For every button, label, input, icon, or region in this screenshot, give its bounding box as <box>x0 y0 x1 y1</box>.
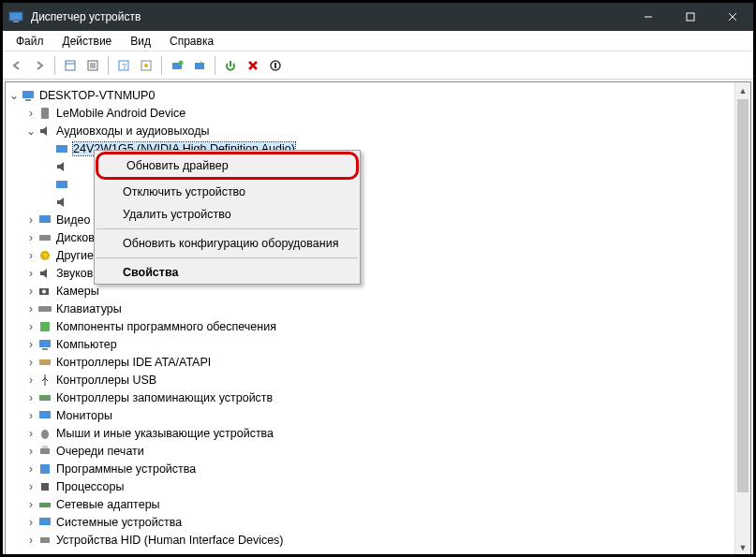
tree-item[interactable]: ›Клавиатуры <box>7 300 749 317</box>
tree-item[interactable]: ›Устройства HID (Human Interface Devices… <box>7 531 749 549</box>
ctx-uninstall-device[interactable]: Удалить устройство <box>95 203 360 226</box>
menu-help[interactable]: Справка <box>160 33 223 50</box>
component-icon <box>37 319 52 334</box>
svg-rect-32 <box>39 340 51 347</box>
menu-view[interactable]: Вид <box>121 33 160 50</box>
enable-button[interactable] <box>220 55 241 76</box>
svg-rect-33 <box>42 348 48 350</box>
disable-button[interactable] <box>265 55 286 76</box>
monitor-icon <box>37 408 52 423</box>
expand-icon[interactable]: › <box>24 320 37 333</box>
unknown-icon: ? <box>37 248 52 263</box>
menu-file[interactable]: Файл <box>7 33 53 50</box>
tree-item[interactable]: ›Сетевые адаптеры <box>7 495 749 513</box>
scroll-down-button[interactable]: ▼ <box>735 539 750 555</box>
ctx-properties[interactable]: Свойства <box>95 261 360 284</box>
collapse-icon[interactable]: ⌄ <box>7 89 21 102</box>
svg-rect-43 <box>39 518 51 525</box>
tree-item[interactable]: ›Компоненты программного обеспечения <box>7 317 749 335</box>
back-button[interactable] <box>7 55 27 76</box>
collapse-icon[interactable]: ⌄ <box>24 125 37 138</box>
svg-point-16 <box>179 60 184 65</box>
tree-item[interactable]: ›Контроллеры USB <box>7 371 749 388</box>
sound-icon <box>37 266 52 281</box>
expand-icon[interactable]: › <box>24 480 37 493</box>
tree-item[interactable]: ›Компьютер <box>7 335 749 353</box>
expand-icon[interactable]: › <box>24 231 37 244</box>
svg-point-37 <box>41 430 49 439</box>
svg-rect-0 <box>9 12 22 21</box>
tree-item[interactable]: ›LeMobile Android Device <box>7 104 749 122</box>
expand-icon[interactable]: › <box>24 267 37 280</box>
action-icon[interactable] <box>136 55 156 76</box>
tree-item[interactable]: ›Программные устройства <box>7 460 749 477</box>
menu-action[interactable]: Действие <box>53 33 122 50</box>
properties-button[interactable] <box>82 55 103 76</box>
ctx-update-driver[interactable]: Обновить драйвер <box>96 152 359 180</box>
expand-icon[interactable]: › <box>24 356 37 369</box>
expand-icon[interactable]: › <box>24 409 37 422</box>
tree-item[interactable]: ›Системные устройства <box>7 513 749 531</box>
expand-icon[interactable]: › <box>24 427 37 440</box>
svg-rect-21 <box>41 108 49 119</box>
tree-item[interactable]: ›Контроллеры запоминающих устройств <box>7 388 749 406</box>
storage-icon <box>37 390 52 405</box>
title-bar: Диспетчер устройств <box>3 3 753 31</box>
svg-rect-17 <box>195 63 204 69</box>
tree-root[interactable]: ⌄ DESKTOP-VTNMUP0 <box>7 86 749 104</box>
expand-icon[interactable]: › <box>24 374 37 387</box>
camera-icon <box>37 284 52 299</box>
expand-icon[interactable]: › <box>24 302 37 315</box>
update-driver-button[interactable] <box>189 55 210 76</box>
expand-icon[interactable]: › <box>24 338 37 351</box>
scroll-thumb[interactable] <box>737 99 749 492</box>
maximize-button[interactable] <box>669 3 711 31</box>
ctx-disable-device[interactable]: Отключить устройство <box>95 181 360 203</box>
tree-item-audio[interactable]: ⌄Аудиовходы и аудиовыходы <box>7 122 749 139</box>
show-hide-tree-button[interactable] <box>60 55 81 76</box>
mouse-icon <box>37 426 52 441</box>
svg-rect-22 <box>56 145 67 153</box>
speaker-icon <box>54 177 69 192</box>
expand-icon[interactable]: › <box>24 516 37 529</box>
vertical-scrollbar[interactable]: ▲ ▼ <box>734 82 750 555</box>
svg-rect-31 <box>40 322 50 331</box>
ctx-scan-hardware[interactable]: Обновить конфигурацию оборудования <box>95 232 360 255</box>
expand-icon[interactable]: › <box>24 213 37 227</box>
speaker-icon <box>54 141 69 156</box>
tree-item[interactable]: ›Процессоры <box>7 477 749 495</box>
expand-icon[interactable]: › <box>24 391 37 404</box>
expand-icon[interactable]: › <box>24 534 37 547</box>
scan-hardware-button[interactable] <box>167 55 187 76</box>
context-menu: Обновить драйвер Отключить устройство Уд… <box>94 150 361 285</box>
minimize-button[interactable] <box>627 3 669 31</box>
expand-icon[interactable]: › <box>24 445 37 458</box>
expand-icon[interactable]: › <box>24 285 37 298</box>
tree-item[interactable]: ›Очереди печати <box>7 442 749 460</box>
help-button[interactable]: ? <box>113 55 134 76</box>
svg-rect-38 <box>40 448 50 454</box>
svg-text:?: ? <box>122 62 126 71</box>
expand-icon[interactable]: › <box>24 498 37 511</box>
scroll-up-button[interactable]: ▲ <box>735 82 750 98</box>
expand-icon[interactable]: › <box>24 107 37 120</box>
toolbar: ? <box>3 51 753 80</box>
uninstall-button[interactable] <box>243 55 263 76</box>
cpu-icon <box>37 479 52 494</box>
expand-icon[interactable]: › <box>24 249 37 262</box>
android-icon <box>37 106 52 121</box>
disk-icon <box>37 230 52 245</box>
tree-item[interactable]: ›Мониторы <box>7 406 749 424</box>
svg-rect-19 <box>22 91 34 98</box>
tree-item[interactable]: ›Контроллеры IDE ATA/ATAPI <box>7 353 749 371</box>
hid-icon <box>37 533 52 548</box>
computer-icon <box>37 337 52 352</box>
forward-button[interactable] <box>29 55 50 76</box>
close-button[interactable] <box>711 3 753 31</box>
menu-divider <box>96 257 358 258</box>
svg-rect-23 <box>56 181 67 188</box>
device-tree-pane: ⌄ DESKTOP-VTNMUP0 ›LeMobile Android Devi… <box>5 81 751 556</box>
expand-icon[interactable]: › <box>24 462 37 476</box>
tree-item[interactable]: ›Мыши и иные указывающие устройства <box>7 424 749 442</box>
menu-bar: Файл Действие Вид Справка <box>3 31 753 51</box>
